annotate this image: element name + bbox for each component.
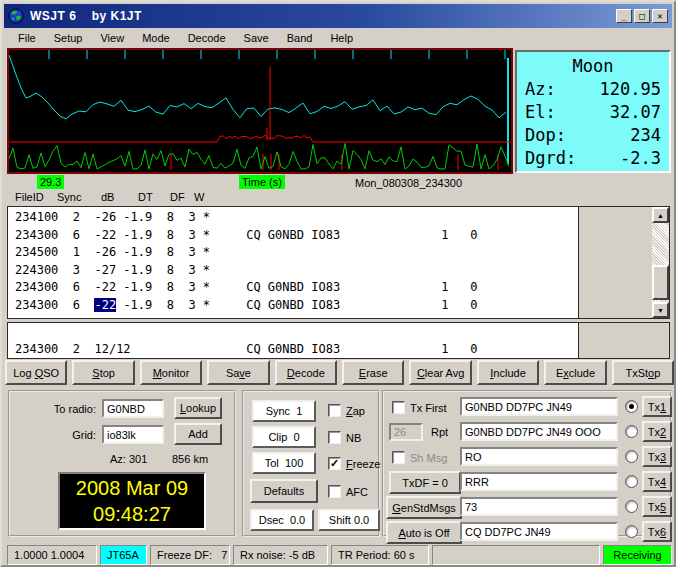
erase-button[interactable]: Erase [342,360,404,385]
menu-file[interactable]: File [10,30,46,46]
tx1-button[interactable]: Tx1 [642,396,672,417]
txdf-button[interactable]: TxDF = 0 [389,471,461,494]
tol-spinner[interactable]: Tol 100 [252,452,316,474]
moon-elevation: El: 32.07 [525,101,661,124]
close-button[interactable]: ✕ [652,9,668,23]
monitor-button[interactable]: Monitor [140,360,202,385]
decode-row[interactable]: 234100 2 -26 -1.9 8 3 * [15,209,578,227]
log-qso-button[interactable]: Log QSO [5,360,67,385]
status-calibration: 1.0000 1.0004 [7,545,97,565]
tx6-message-input[interactable]: CQ DD7PC JN49 [460,522,618,541]
tx6-button[interactable]: Tx6 [642,521,672,542]
col-df: DF [170,191,185,203]
tx4-radio[interactable] [625,475,638,488]
include-button[interactable]: Include [477,360,539,385]
clock-time: 09:48:27 [93,501,171,527]
status-freeze-df: Freeze DF: 7 [150,545,230,565]
tx1-message-input[interactable]: G0NBD DD7PC JN49 [460,397,618,416]
freeze-checkbox[interactable]: Freeze [328,457,380,470]
tx2-button[interactable]: Tx2 [642,421,672,442]
decode-row-selected[interactable]: 234300 6 -22 -1.9 8 3 * CQ G0NBD IO83 1 … [15,297,578,315]
stop-button[interactable]: Stop [72,360,134,385]
decode-row[interactable]: 234500 1 -26 -1.9 8 3 * [15,244,578,262]
shift-spinner[interactable]: Shift 0.0 [318,509,380,531]
col-dt: DT [138,191,153,203]
average-message-area[interactable]: 234300 2 12/12 CQ G0NBD IO83 1 0 [8,323,579,358]
tx4-button[interactable]: Tx4 [642,471,672,492]
exclude-button[interactable]: Exclude [544,360,606,385]
menu-setup[interactable]: Setup [46,30,93,46]
tx-first-checkbox-box[interactable] [392,401,405,414]
decode-button[interactable]: Decode [275,360,337,385]
status-bar: 1.0000 1.0004 JT65A Freeze DF: 7 Rx nois… [4,542,672,566]
average-row[interactable]: 234300 2 12/12 CQ G0NBD IO83 1 0 [15,341,578,358]
grid-input[interactable]: io83lk [102,425,164,444]
decode-row[interactable]: 224300 3 -27 -1.9 8 3 * [15,262,578,280]
clock-date: 2008 Mar 09 [76,475,188,501]
tx4-message-input[interactable]: RRR [460,472,618,491]
lookup-button[interactable]: Lookup [174,397,222,419]
status-tr-period: TR Period: 60 s [331,545,429,565]
tx5-radio[interactable] [625,500,638,513]
spectrum-labels: 29.3 Time (s) Mon_080308_234300 [2,175,676,192]
scroll-down-arrow[interactable]: ▼ [652,302,669,318]
auto-button[interactable]: Auto is Off [386,521,462,544]
tx5-message-input[interactable]: 73 [460,497,618,516]
add-button[interactable]: Add [174,423,222,445]
dsec-spinner[interactable]: Dsec 0.0 [250,509,314,531]
rpt-input[interactable]: 26 [389,423,423,441]
tx2-message-input[interactable]: G0NBD DD7PC JN49 OOO [460,422,618,441]
minimize-button[interactable]: _ [616,9,632,23]
title-bar[interactable]: WSJT 6 by K1JT _ □ ✕ [4,4,672,28]
tx5-button[interactable]: Tx5 [642,496,672,517]
menu-band[interactable]: Band [279,30,323,46]
to-radio-input[interactable]: G0NBD [102,399,164,418]
menu-decode[interactable]: Decode [180,30,236,46]
window-title: WSJT 6 by K1JT [30,9,142,23]
tx3-button[interactable]: Tx3 [642,446,672,467]
nb-checkbox[interactable]: NB [328,431,361,444]
menu-bar: File Setup View Mode Decode Save Band He… [4,28,672,48]
tx6-radio[interactable] [625,525,638,538]
txstop-button[interactable]: TxStop [612,360,674,385]
moon-azimuth: Az: 120.95 [525,78,661,101]
freeze-checkbox-box[interactable] [328,457,341,470]
zap-checkbox-box[interactable] [328,404,341,417]
nb-checkbox-box[interactable] [328,431,341,444]
maximize-button[interactable]: □ [634,9,650,23]
tx1-radio[interactable] [625,400,638,413]
gen-std-msgs-button[interactable]: GenStdMsgs [386,496,462,519]
sh-msg-checkbox-box[interactable] [392,451,405,464]
afc-checkbox[interactable]: AFC [328,485,368,498]
sync-spinner[interactable]: Sync 1 [252,400,316,422]
freq-marker-label: 29.3 [37,175,64,189]
tx3-radio[interactable] [625,450,638,463]
clip-spinner[interactable]: Clip 0 [252,426,316,448]
grid-label: Grid: [10,429,96,441]
scroll-thumb[interactable] [652,265,669,300]
defaults-button[interactable]: Defaults [250,479,318,503]
status-spacer [432,545,600,565]
zap-checkbox[interactable]: Zap [328,404,365,417]
tx3-message-input[interactable]: RO [460,447,618,466]
scroll-up-arrow[interactable]: ▲ [652,207,669,223]
decoded-messages-area[interactable]: 234100 2 -26 -1.9 8 3 * 234300 6 -22 -1.… [8,207,579,318]
menu-mode[interactable]: Mode [134,30,180,46]
save-button[interactable]: Save [207,360,269,385]
decode-row[interactable]: 234300 6 -22 -1.9 8 3 * CQ G0NBD IO83 1 … [15,279,578,297]
spectrum-display[interactable] [7,48,513,174]
afc-checkbox-box[interactable] [328,485,341,498]
tx2-radio[interactable] [625,425,638,438]
menu-save[interactable]: Save [236,30,279,46]
status-rx-noise: Rx noise: -5 dB [233,545,328,565]
menu-view[interactable]: View [92,30,134,46]
sh-msg-checkbox[interactable]: Sh Msg [392,451,447,464]
decode-row[interactable]: 234300 6 -22 -1.9 8 3 * CQ G0NBD IO83 1 … [15,227,578,245]
clear-avg-button[interactable]: Clear Avg [409,360,471,385]
menu-help[interactable]: Help [322,30,363,46]
tx-first-checkbox[interactable]: Tx First [392,401,447,414]
moon-degradation: Dgrd: -2.3 [525,147,661,170]
selected-db-cell: -22 [94,298,116,312]
decode-text-panel: 234100 2 -26 -1.9 8 3 * 234300 6 -22 -1.… [7,206,670,319]
decode-scrollbar[interactable]: ▲ ▼ [652,207,669,318]
